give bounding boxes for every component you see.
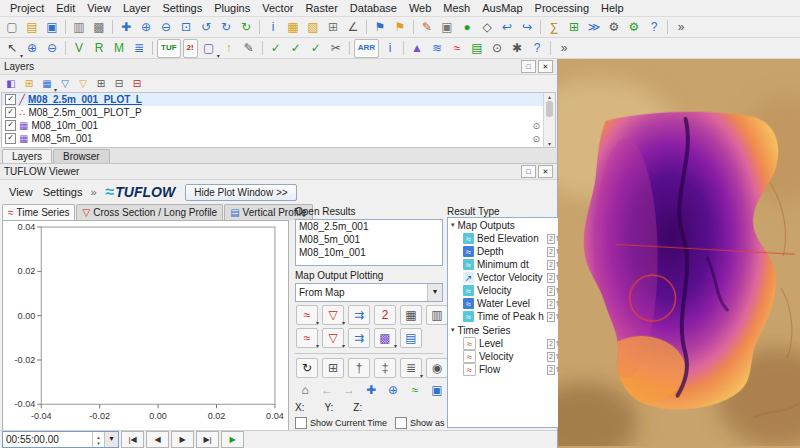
flux-line-select-icon[interactable]: ⇉	[348, 328, 370, 348]
mesh-calculator-icon[interactable]: ≋	[428, 40, 446, 57]
curtain-plot-icon[interactable]: ▩▾	[374, 328, 396, 348]
about-info-icon[interactable]: i	[381, 40, 399, 57]
identify-features-icon[interactable]: i	[264, 19, 282, 36]
layers-close-button[interactable]: ✕	[538, 60, 553, 73]
menu-view[interactable]: View	[81, 1, 117, 15]
new-bookmark-icon[interactable]: ⚑	[371, 19, 389, 36]
time-spinner[interactable]: ▴ ▾	[92, 432, 104, 447]
configure-tuflow-project-icon[interactable]: ✎	[240, 40, 258, 57]
measure-line-icon[interactable]: ∠	[344, 19, 362, 36]
time-next-button[interactable]: ▶	[171, 431, 194, 448]
toolbar-overflow-2-icon[interactable]: »	[555, 40, 573, 57]
map-refresh-icon[interactable]: ↻	[237, 19, 255, 36]
result-type-item[interactable]: ↗Vector Velocity2⇅	[448, 271, 562, 284]
group-caret-icon[interactable]: ▾	[451, 326, 455, 334]
field-calculator-icon[interactable]: ⊞	[565, 19, 583, 36]
mesh-3d-view-icon[interactable]: ▲	[408, 40, 426, 57]
result-type-item[interactable]: ≈Time of Peak h2⇅	[448, 310, 562, 323]
zoom-last-icon[interactable]: ↺	[197, 19, 215, 36]
menu-settings[interactable]: Settings	[156, 1, 208, 15]
check-2d-integrity-icon[interactable]: ✓	[287, 40, 305, 57]
check-1d-integrity-icon[interactable]: ✓	[267, 40, 285, 57]
zoom-in-icon[interactable]: ⊕	[137, 19, 155, 36]
check-mesh-icon[interactable]: ✓	[307, 40, 325, 57]
menu-processing[interactable]: Processing	[529, 1, 595, 15]
arr-to-tuflow-icon[interactable]: ARR	[354, 39, 379, 58]
nav-save-figure-icon[interactable]: ▣	[428, 381, 446, 398]
layout-manager-icon[interactable]: ▩	[90, 19, 108, 36]
ts-point-select-icon[interactable]: ≈▾	[296, 328, 318, 348]
vert-profile-select-icon[interactable]: ▤	[400, 328, 422, 348]
group-caret-icon[interactable]: ▾	[451, 221, 455, 229]
layer-visibility-checkbox[interactable]: ✓	[5, 107, 16, 118]
help-contents-icon[interactable]: ?	[645, 19, 663, 36]
result-type-item[interactable]: ≈Water Level2⇅	[448, 297, 562, 310]
result-type-item[interactable]: ≈Depth2⇅	[448, 245, 562, 258]
checkbox-show-current-time[interactable]: Show Current Time	[295, 417, 387, 429]
deselect-features-icon[interactable]: ▧	[304, 19, 322, 36]
layer-visibility-checkbox[interactable]: ✓	[5, 94, 16, 105]
menu-overflow-icon[interactable]: »	[90, 186, 96, 198]
filter-by-expression-icon[interactable]: ▽	[75, 76, 91, 91]
plot-time-series-mode-icon[interactable]: ≈▾	[296, 305, 318, 325]
plugin-settings-icon[interactable]: ✱	[508, 40, 526, 57]
redo-icon[interactable]: ↪	[518, 19, 536, 36]
open-results-item[interactable]: M08_2.5m_001	[296, 220, 442, 233]
plot-flux-icon[interactable]: ⇉	[348, 305, 370, 325]
result-type-item[interactable]: ≈Flow2⇅	[448, 363, 562, 376]
zoom-next-icon[interactable]: ↻	[217, 19, 235, 36]
dock-tab-layers[interactable]: Layers	[2, 149, 52, 163]
statistics-sum-icon[interactable]: ∑	[545, 19, 563, 36]
tab-time-series[interactable]: ≈Time Series	[2, 204, 75, 220]
vertex-tool-icon[interactable]: ◇	[478, 19, 496, 36]
open-results-item[interactable]: M08_10m_001	[296, 246, 442, 259]
menu-plugins[interactable]: Plugins	[208, 1, 256, 15]
toolbar-overflow-icon[interactable]: »	[672, 19, 690, 36]
plugin-help-icon[interactable]: ?	[528, 40, 546, 57]
refresh-plot-icon[interactable]: ↻	[296, 358, 318, 378]
menu-web[interactable]: Web	[403, 1, 437, 15]
save-edits-icon[interactable]: ▣	[438, 19, 456, 36]
result-type-item[interactable]: ≈Velocity2⇅	[448, 350, 562, 363]
nav-back-icon[interactable]: ←	[318, 381, 336, 398]
tuflow-float-button[interactable]: □	[521, 165, 536, 178]
flow-regime-markers-icon[interactable]: †	[348, 358, 370, 378]
nav-home-icon[interactable]: ⌂	[296, 381, 314, 398]
clip-tool-icon[interactable]: ✂	[327, 40, 345, 57]
project-save-icon[interactable]: ▣	[43, 19, 61, 36]
python-console-icon[interactable]: ≫	[585, 19, 603, 36]
hide-plot-window-button[interactable]: Hide Plot Window >>	[185, 184, 296, 201]
add-delimited-text-icon[interactable]: ≣	[130, 40, 148, 57]
select-tool-icon[interactable]: ↖▾	[3, 40, 21, 57]
map-output-plotting-select[interactable]: From Map ▾	[295, 283, 443, 302]
open-layer-styling-icon[interactable]: ◧	[3, 76, 19, 91]
profile-tool-icon[interactable]: ≈	[448, 40, 466, 57]
checkbox-box[interactable]	[395, 417, 407, 429]
show-bookmarks-icon[interactable]: ⚑	[391, 19, 409, 36]
import-empty-file-icon[interactable]: ▢▾	[200, 40, 218, 57]
layers-scrollbar[interactable]: ▴▾	[543, 93, 555, 147]
manage-map-themes-icon[interactable]: ▦▾	[39, 76, 55, 91]
result-type-item[interactable]: ≈Bed Elevation2⇅	[448, 232, 562, 245]
toggle-editing-icon[interactable]: ✎	[418, 19, 436, 36]
layer-row[interactable]: ✓▦M08_5m_001⊙	[2, 132, 543, 145]
scroll-thumb[interactable]	[546, 101, 553, 117]
tuflow-menu-settings[interactable]: Settings	[38, 185, 88, 199]
menu-raster[interactable]: Raster	[299, 1, 343, 15]
result-type-item[interactable]: ≈Minimum dt2⇅	[448, 258, 562, 271]
time-first-button[interactable]: |◀	[121, 431, 144, 448]
checkbox-box[interactable]	[295, 417, 307, 429]
undo-icon[interactable]: ↩	[498, 19, 516, 36]
result-type-item[interactable]: ≈Velocity2⇅	[448, 284, 562, 297]
tree-group-map-outputs[interactable]: ▾Map Outputs	[448, 218, 562, 232]
project-open-icon[interactable]: ▤	[23, 19, 41, 36]
open-attribute-table-icon[interactable]: ⊞	[324, 19, 342, 36]
new-print-layout-icon[interactable]: ▥	[70, 19, 88, 36]
select-features-icon[interactable]: ▦	[284, 19, 302, 36]
plot-table-icon[interactable]: ▦	[400, 305, 422, 325]
remove-layer-icon[interactable]: ⊟	[129, 76, 145, 91]
cs-line-select-icon[interactable]: ▽▾	[322, 328, 344, 348]
filter-legend-icon[interactable]: ▽	[57, 76, 73, 91]
duplicate-plot-window-icon[interactable]: ⊞	[322, 358, 344, 378]
plot-multi-icon[interactable]: ▥	[426, 305, 448, 325]
